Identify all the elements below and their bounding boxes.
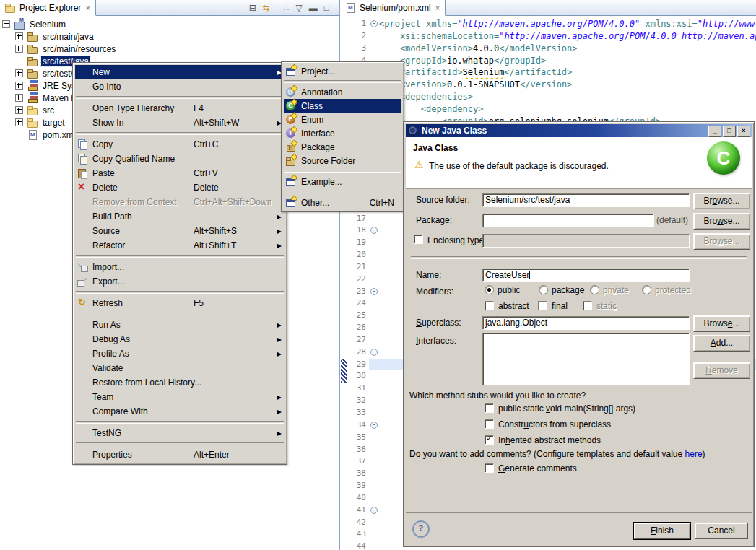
fold-collapse-icon[interactable] (369, 286, 379, 298)
line-number: 21 (340, 261, 369, 274)
code-text: xsi:schemaLocation="http://maven.apache.… (379, 30, 756, 43)
tab-pom-xml[interactable]: Selenium/pom.xml × (340, 0, 446, 16)
menu-item-other[interactable]: Other...Ctrl+N (284, 196, 401, 209)
menu-item-go-into[interactable]: Go Into (75, 79, 284, 94)
plus-expander-icon[interactable] (15, 94, 23, 102)
menu-item-refresh[interactable]: RefreshF5 (75, 296, 284, 310)
minimize-icon[interactable]: ▬ (309, 1, 318, 14)
menu-item-properties[interactable]: PropertiesAlt+Enter (75, 448, 284, 462)
tree-item-selenium[interactable]: Selenium (0, 18, 339, 30)
plus-expander-icon[interactable] (15, 45, 23, 53)
help-icon[interactable]: ? (412, 520, 430, 538)
tree-item-src-main-resources[interactable]: src/main/resources (0, 43, 339, 55)
menu-item-source-folder[interactable]: Source Folder (284, 154, 401, 167)
menu-item-debug-as[interactable]: Debug As▶ (75, 332, 284, 346)
menu-item-testng[interactable]: TestNG▶ (75, 426, 284, 440)
menu-item-show-in[interactable]: Show InAlt+Shift+W▶ (75, 115, 284, 130)
menu-item-validate[interactable]: Validate (75, 361, 284, 375)
menu-item-compare-with[interactable]: Compare With▶ (75, 404, 284, 419)
menu-item-example[interactable]: Example... (284, 175, 401, 188)
modifier-radio-package[interactable]: package (539, 285, 584, 295)
superclass-field[interactable]: java.lang.Object (482, 316, 690, 330)
line-number: 19 (340, 237, 369, 249)
view-menu-icon[interactable]: ▽ (296, 1, 303, 14)
fold-collapse-icon[interactable] (369, 346, 379, 359)
menu-item-annotation[interactable]: Annotation (284, 85, 401, 99)
menu-item-interface[interactable]: Interface (284, 126, 401, 140)
name-field[interactable]: CreateUser (482, 269, 690, 282)
stub-option-public-static-void-main-string-args[interactable]: public static void main(String[] args) (485, 403, 635, 414)
collapse-all-icon[interactable]: ⊟ (249, 1, 256, 14)
code-line-3[interactable]: 3 <modelVersion>4.0.0</modelVersion> (340, 43, 756, 55)
plus-expander-icon[interactable] (15, 118, 23, 126)
package-field[interactable] (482, 214, 654, 227)
menu-item-copy-qualified-name[interactable]: Copy Qualified Name (75, 152, 284, 166)
link-with-editor-icon[interactable]: ⇆ (263, 1, 270, 14)
modifier-checkbox-final[interactable]: final (538, 301, 568, 311)
menu-item-new[interactable]: New▶ (75, 65, 284, 79)
fold-collapse-icon[interactable] (369, 224, 379, 237)
package-browse-button[interactable]: Browse... (693, 213, 750, 230)
menu-item-restore-from-local-history[interactable]: Restore from Local History... (75, 375, 284, 390)
stub-option-constructors-from-superclass[interactable]: Constructors from superclass (485, 419, 611, 429)
stub-option-inherited-abstract-methods[interactable]: Inherited abstract methods (485, 435, 601, 445)
menu-item-profile-as[interactable]: Profile As▶ (75, 346, 284, 361)
menu-item-import[interactable]: Import... (75, 260, 284, 274)
menu-item-delete[interactable]: DeleteDelete (75, 180, 284, 195)
menu-item-paste[interactable]: PasteCtrl+V (75, 166, 284, 180)
fold-collapse-icon[interactable] (369, 419, 379, 432)
close-icon[interactable]: × (435, 4, 440, 12)
modifier-radio-public[interactable]: public (485, 285, 520, 295)
plus-expander-icon[interactable] (15, 69, 23, 77)
menu-item-source[interactable]: SourceAlt+Shift+S▶ (75, 224, 284, 238)
minimize-button[interactable]: _ (708, 126, 721, 137)
menu-item-build-path[interactable]: Build Path▶ (75, 209, 284, 224)
maximize-button[interactable]: □ (723, 126, 736, 137)
interfaces-add-button[interactable]: Add... (693, 335, 750, 352)
generate-comments-option[interactable]: Generate comments (485, 463, 577, 473)
menu-separator (76, 442, 284, 445)
menu-item-package[interactable]: Package (284, 140, 401, 154)
interfaces-list[interactable] (482, 333, 690, 385)
menu-item-copy[interactable]: CopyCtrl+C (75, 137, 284, 152)
close-icon[interactable]: × (84, 4, 90, 12)
menu-item-label: Copy Qualified Name (92, 154, 175, 164)
dialog-titlebar[interactable]: New Java Class _□× (406, 124, 752, 137)
code-line-1[interactable]: 1<project xmlns="http://maven.apache.org… (340, 18, 756, 30)
menu-item-label: Annotation (301, 87, 342, 97)
tree-item-src-main-java[interactable]: src/main/java (0, 30, 339, 43)
fold-collapse-icon[interactable] (369, 18, 379, 30)
cancel-button[interactable]: Cancel (695, 523, 748, 539)
menu-item-icon-slot (285, 66, 301, 77)
menu-item-refactor[interactable]: RefactorAlt+Shift+T▶ (75, 238, 284, 253)
menu-item-team[interactable]: Team▶ (75, 390, 284, 404)
menu-item-icon-slot (77, 297, 92, 309)
superclass-browse-button[interactable]: Browse... (693, 315, 750, 332)
filters-icon[interactable]: ∴ (284, 1, 290, 14)
source-folder-field[interactable]: Selenium/src/test/java (482, 193, 690, 207)
enclosing-type-checkbox[interactable] (414, 235, 423, 244)
plus-expander-icon[interactable] (15, 82, 23, 90)
minus-expander-icon[interactable] (2, 20, 10, 28)
range-indicator (341, 359, 347, 383)
plus-expander-icon[interactable] (15, 106, 23, 114)
menu-item-open-type-hierarchy[interactable]: Open Type HierarchyF4 (75, 101, 284, 115)
menu-separator (76, 421, 284, 424)
code-line-2[interactable]: 2 xsi:schemaLocation="http://maven.apach… (340, 30, 756, 43)
plus-expander-icon[interactable] (15, 32, 23, 40)
menu-item-class[interactable]: Class (284, 99, 401, 113)
menu-item-project[interactable]: Project... (284, 64, 401, 78)
tab-project-explorer[interactable]: Project Explorer × (0, 0, 96, 16)
menu-item-run-as[interactable]: Run As▶ (75, 318, 284, 332)
source-folder-browse-button[interactable]: Browse... (693, 193, 750, 209)
generate-comments-checkbox[interactable] (485, 463, 494, 473)
menu-item-export[interactable]: Export... (75, 274, 284, 289)
menu-item-enum[interactable]: Enum (284, 113, 401, 126)
comments-question: Do you want to add comments? (Configure … (409, 449, 705, 459)
fold-collapse-icon[interactable] (369, 505, 379, 517)
finish-button[interactable]: Finish (634, 523, 690, 539)
modifier-checkbox-abstract[interactable]: abstract (485, 301, 529, 311)
here-link[interactable]: here (685, 449, 703, 459)
close-button[interactable]: × (737, 126, 750, 137)
maximize-icon[interactable]: □ (324, 1, 329, 14)
